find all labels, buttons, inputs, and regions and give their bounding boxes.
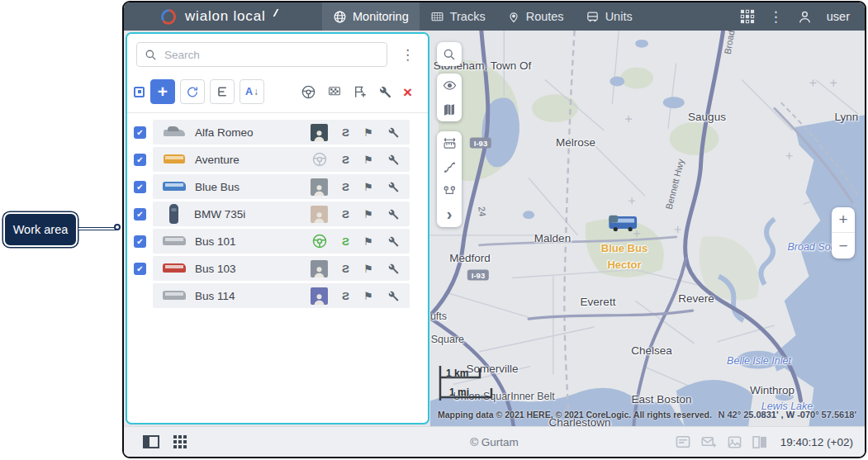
driver-photo[interactable] (311, 260, 328, 277)
unit-row[interactable]: ✔ Aventure S ⚑ (127, 147, 428, 172)
sensor-state-icon[interactable]: S (342, 263, 349, 275)
unit-band[interactable]: Bus 114 S ⚑ (153, 283, 410, 308)
user-name[interactable]: user (827, 10, 850, 23)
unit-row[interactable]: ✔ Alfa Romeo S ⚑ (127, 120, 428, 145)
route-icon (443, 160, 457, 174)
select-all-checkbox[interactable] (134, 87, 145, 97)
unit-band[interactable]: Alfa Romeo S ⚑ (153, 120, 410, 145)
search-field[interactable] (163, 48, 379, 62)
unit-wrench-icon[interactable] (387, 208, 400, 221)
markers-button[interactable] (437, 179, 462, 203)
layers-button[interactable] (437, 97, 462, 121)
zoom-out-button[interactable]: − (832, 233, 855, 258)
unit-wrench-icon[interactable] (387, 181, 400, 193)
unit-row[interactable]: ✔ Bus 101 S ⚑ (127, 229, 428, 254)
unit-checkbox[interactable]: ✔ (134, 208, 146, 221)
driver-photo[interactable] (311, 287, 328, 305)
map[interactable]: Stoneham, Town OfSaugusLynnMelroseMalden… (430, 31, 865, 426)
add-flag-icon[interactable] (353, 84, 368, 99)
unit-name[interactable]: Aventure (195, 154, 240, 166)
flag-icon[interactable]: ⚑ (363, 181, 373, 193)
callout-connector-dot (114, 224, 121, 230)
flag-icon[interactable]: ⚑ (363, 263, 373, 275)
unit-name[interactable]: BMW 735i (194, 208, 245, 221)
layout-icon[interactable] (752, 436, 767, 448)
sensor-state-icon[interactable]: S (342, 208, 349, 221)
unit-band[interactable]: Blue Bus S ⚑ (153, 174, 410, 199)
driver-photo[interactable] (311, 206, 328, 223)
unit-wrench-icon[interactable] (387, 290, 400, 302)
vehicle-icon (168, 204, 179, 224)
tab-routes[interactable]: Routes (496, 2, 575, 31)
unit-row[interactable]: ✔ Bus 114 S ⚑ (127, 283, 428, 308)
driver-wheel-icon[interactable] (311, 233, 328, 249)
map-search-button[interactable] (437, 42, 462, 66)
sensor-state-icon[interactable]: S (342, 290, 349, 302)
measure-button[interactable] (437, 131, 462, 155)
unit-name[interactable]: Bus 114 (195, 290, 235, 302)
steering-wheel-icon[interactable] (301, 84, 316, 100)
unit-wrench-icon[interactable] (387, 126, 400, 139)
bus-front-icon (586, 10, 600, 24)
search-input[interactable] (136, 42, 387, 67)
panel-toggle-icon[interactable] (143, 435, 159, 448)
apps-grid-icon[interactable] (173, 435, 187, 448)
unit-row[interactable]: ✔ BMW 735i S ⚑ (127, 202, 428, 226)
kebab-menu-icon[interactable]: ⋮ (769, 10, 783, 24)
unit-band[interactable]: BMW 735i S ⚑ (153, 202, 410, 226)
unit-wrench-icon[interactable] (387, 263, 400, 275)
tab-tracks[interactable]: Tracks (420, 2, 496, 31)
unit-wrench-icon[interactable] (387, 154, 400, 166)
unit-band[interactable]: Aventure S ⚑ (153, 147, 410, 172)
panel-menu-icon[interactable]: ⋮ (396, 46, 420, 64)
add-unit-button[interactable]: + (150, 79, 175, 104)
user-icon[interactable] (797, 9, 813, 25)
flag-icon[interactable]: ⚑ (363, 290, 373, 302)
unit-band[interactable]: Bus 103 S ⚑ (153, 256, 410, 281)
sensor-state-icon[interactable]: S (342, 235, 349, 248)
finish-flag-icon[interactable] (327, 84, 342, 99)
unit-checkbox[interactable]: ✔ (134, 235, 146, 248)
tab-units[interactable]: Units (575, 2, 643, 31)
notifications-icon[interactable] (676, 435, 690, 448)
wialon-logo-icon (160, 8, 178, 26)
tab-label: Monitoring (353, 10, 409, 23)
flag-icon[interactable]: ⚑ (363, 208, 373, 221)
unit-checkbox[interactable]: ✔ (134, 263, 146, 275)
clear-list-icon[interactable]: × (403, 84, 412, 100)
refresh-button[interactable] (180, 79, 205, 104)
sensor-state-icon[interactable]: S (342, 154, 349, 166)
unit-name[interactable]: Bus 103 (195, 263, 236, 275)
expand-button[interactable]: › (437, 203, 462, 227)
driver-photo[interactable] (311, 124, 328, 141)
mail-icon[interactable] (701, 435, 717, 448)
unit-row[interactable]: ✔ Bus 103 S ⚑ (127, 256, 428, 281)
media-icon[interactable] (728, 436, 742, 448)
zoom-in-button[interactable]: + (832, 207, 855, 233)
unit-checkbox[interactable]: ✔ (134, 181, 146, 193)
tree-view-button[interactable] (210, 79, 235, 104)
unit-name[interactable]: Bus 101 (195, 235, 236, 248)
apps-grid-icon[interactable] (740, 9, 755, 24)
driver-photo[interactable] (311, 178, 328, 196)
unit-name[interactable]: Alfa Romeo (195, 126, 254, 139)
sensor-state-icon[interactable]: S (342, 126, 349, 139)
vehicle-icon (163, 235, 186, 248)
unit-checkbox[interactable]: ✔ (134, 126, 146, 139)
flag-icon[interactable]: ⚑ (363, 126, 373, 139)
layers-icon (443, 103, 456, 116)
visibility-button[interactable] (437, 74, 462, 97)
wrench-icon[interactable] (378, 85, 392, 99)
unit-band[interactable]: Bus 101 S ⚑ (153, 229, 410, 254)
sort-button[interactable]: A↓ (240, 79, 264, 104)
sensor-state-icon[interactable]: S (342, 181, 349, 193)
flag-icon[interactable]: ⚑ (363, 154, 373, 166)
tab-monitoring[interactable]: Monitoring (322, 2, 420, 31)
unit-checkbox[interactable]: ✔ (134, 154, 146, 166)
track-button[interactable] (437, 155, 462, 179)
unit-name[interactable]: Blue Bus (195, 181, 240, 193)
flag-icon[interactable]: ⚑ (363, 235, 373, 248)
unit-row[interactable]: ✔ Blue Bus S ⚑ (127, 174, 428, 199)
unit-wrench-icon[interactable] (387, 235, 400, 248)
driver-wheel-icon[interactable] (311, 151, 328, 168)
